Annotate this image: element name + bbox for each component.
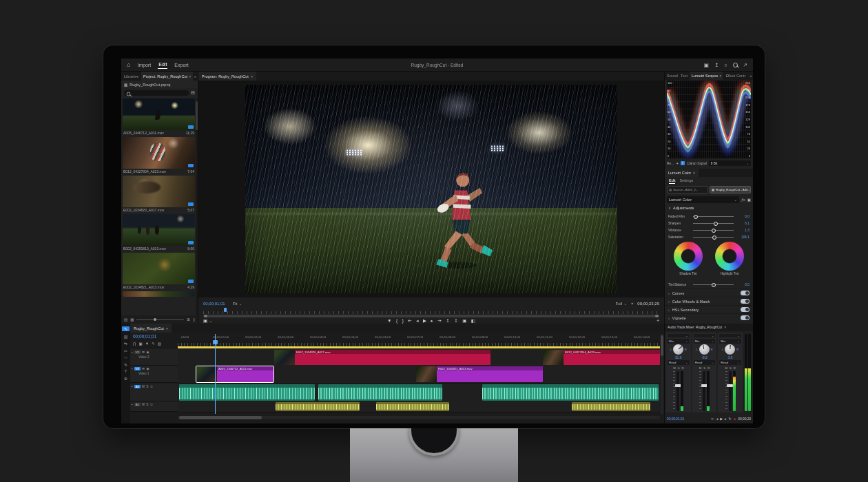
section-toggle[interactable] (741, 291, 750, 295)
fullscreen-icon[interactable]: ↗ (743, 62, 747, 68)
timeline-settings-icon[interactable]: ▤ (158, 342, 161, 346)
output-dropdown[interactable]: Mix⌄ (694, 339, 716, 344)
list-item[interactable]: E002_1034821_A013.mov4;29 (123, 253, 195, 291)
tab-settings[interactable]: Settings (679, 178, 693, 184)
clip-thumbnail-partial[interactable] (123, 291, 195, 297)
step-back-icon[interactable]: ◂ (716, 417, 719, 421)
highlight-tint-wheel[interactable] (715, 242, 744, 271)
close-icon[interactable]: × (189, 74, 191, 78)
clip-thumbnail[interactable] (123, 137, 195, 169)
audio-clip-a2[interactable] (276, 402, 360, 411)
mark-in-icon[interactable]: { (396, 318, 397, 323)
tab-edit[interactable]: Edit (669, 178, 675, 184)
lift-icon[interactable]: ↥ (446, 318, 449, 324)
play-icon[interactable]: ▶ (720, 417, 723, 421)
input-dropdown[interactable]: ⌄ (668, 334, 690, 337)
project-breadcrumb[interactable]: ▦ Rugby_RoughCut.prproj (121, 81, 198, 88)
slider-handle[interactable] (712, 283, 716, 287)
wrench-icon[interactable]: ✦ (630, 301, 634, 306)
zoom-tool[interactable]: ⊕ (124, 376, 127, 381)
bit-depth-dropdown[interactable]: 8 Bit ⌄ (709, 160, 751, 166)
mute-button[interactable]: M (673, 366, 676, 370)
eye-icon[interactable]: ◉ (146, 367, 149, 370)
slider-track[interactable] (693, 237, 734, 238)
eye-icon[interactable]: ◉ (146, 350, 149, 354)
wrench-icon[interactable]: ✦ (676, 162, 679, 165)
record-arm-button[interactable]: R (681, 366, 683, 370)
section-toggle[interactable] (741, 307, 750, 312)
adjustments-section-header[interactable]: ∨ Adjustments (668, 206, 694, 210)
volume-fader[interactable] (694, 370, 716, 411)
ripple-edit-tool[interactable]: ⇆ (124, 341, 127, 346)
tab-sequence[interactable]: Rugby_RoughCut × (130, 324, 172, 333)
close-icon[interactable]: × (693, 171, 695, 175)
new-bin-icon[interactable]: ▯ (193, 317, 195, 322)
menu-edit[interactable]: Edit (158, 61, 167, 69)
slider-handle[interactable] (714, 222, 718, 226)
filter-icon[interactable]: ⊟ (191, 90, 195, 96)
track-select-tool[interactable]: ▥ (124, 334, 128, 339)
lock-icon[interactable]: ▪ (132, 385, 133, 388)
type-tool[interactable]: T (125, 369, 127, 373)
record-arm-button[interactable]: R (734, 366, 736, 370)
fader-handle[interactable] (727, 384, 733, 387)
timeline-ruler[interactable]: ;00;00 00;00;01;00 00;00;02;00 00;00;03;… (178, 334, 660, 346)
go-to-in-icon[interactable]: ⇤ (408, 318, 411, 324)
lock-icon[interactable]: ▪ (132, 367, 133, 370)
mixer-title[interactable]: Audio Track Mixer: Rugby_RoughCut (668, 326, 722, 329)
fx-bypass-icon[interactable]: ƒx (741, 198, 745, 202)
slider-value[interactable]: 6.1 (736, 222, 750, 225)
mute-button[interactable]: M (142, 403, 145, 406)
solo-button[interactable]: S (146, 403, 148, 406)
search-input[interactable] (124, 90, 189, 96)
button-editor-icon[interactable]: + (657, 318, 659, 323)
close-icon[interactable]: × (719, 74, 721, 78)
input-dropdown[interactable]: ⌄ (719, 334, 741, 337)
automation-dropdown[interactable]: Read⌄ (694, 360, 716, 365)
menu-import[interactable]: Import (136, 61, 152, 69)
track-header-v2[interactable]: ▪ V2 ⊟ ◉ Video 2 (130, 349, 178, 366)
slider-handle[interactable] (712, 229, 716, 233)
program-timecode[interactable]: 00;00;01;01 (203, 302, 225, 306)
slip-tool[interactable]: ↔ (124, 355, 128, 359)
pen-tool[interactable]: ✎ (124, 362, 127, 367)
pan-knob[interactable] (725, 344, 735, 355)
loop-icon[interactable]: ↻ (729, 417, 732, 421)
add-marker-icon[interactable]: ▼ (145, 342, 149, 346)
playback-quality-dropdown[interactable]: Full ⌄ (616, 301, 628, 306)
output-dropdown[interactable]: Mix⌄ (668, 339, 690, 344)
sync-lock-icon[interactable]: ⊟ (142, 350, 145, 354)
lock-icon[interactable]: ▪ (132, 403, 133, 406)
section-toggle[interactable] (741, 315, 750, 320)
scope-preset-label[interactable]: Re... (667, 162, 674, 165)
sequence-clip-button[interactable]: ▦ Rugby_RoughCut - A00... (710, 186, 751, 193)
timeline-clip-v2[interactable]: B012_04327804_A023.mov (543, 350, 660, 365)
close-icon[interactable]: × (166, 326, 168, 331)
linked-selection-icon[interactable]: ▣ (139, 342, 143, 346)
slider-handle[interactable] (712, 235, 716, 240)
step-back-icon[interactable]: ◂ (416, 318, 418, 324)
panel-menu-icon[interactable]: » (193, 74, 198, 78)
thumbnail-zoom-slider[interactable] (136, 319, 184, 320)
mic-icon[interactable]: ⊙ (150, 403, 153, 406)
home-icon[interactable]: ⌂ (127, 61, 130, 68)
pan-knob[interactable] (673, 344, 683, 355)
snap-icon[interactable]: ⋂ (133, 342, 136, 346)
mixer-timecode[interactable]: 00;00;01;01 (667, 417, 684, 421)
mute-button[interactable]: M (699, 366, 702, 370)
audio-clip-a2[interactable] (572, 402, 650, 411)
record-icon[interactable]: ● (734, 417, 736, 421)
sync-icon[interactable]: ○ (724, 62, 727, 68)
pan-value[interactable]: 3.6 (728, 356, 733, 359)
audio-clip-a1[interactable] (318, 384, 442, 401)
pan-value[interactable]: -9.2 (701, 356, 707, 359)
slider-track[interactable] (693, 284, 734, 285)
mute-button[interactable]: M (725, 366, 728, 370)
panel-menu-icon[interactable]: » (748, 74, 753, 78)
clamp-checkbox[interactable]: ✓ (681, 161, 685, 165)
record-arm-button[interactable]: R (707, 366, 710, 370)
lock-icon[interactable]: ▪ (132, 350, 133, 354)
section-toggle[interactable] (741, 299, 750, 304)
list-item[interactable]: B002_04250810_A013.mov8;00 (123, 214, 195, 252)
quick-export-icon[interactable]: ↥ (714, 62, 719, 68)
